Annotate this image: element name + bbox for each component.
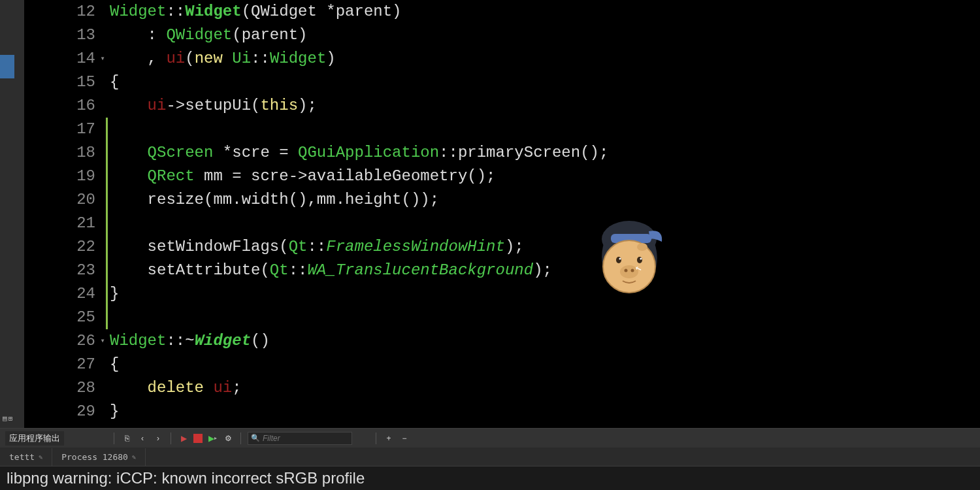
output-tabs: tettt ✎ Process 12680 ✎ — [0, 448, 980, 466]
code-editor[interactable]: Widget::Widget(QWidget *parent) : QWidge… — [105, 0, 980, 428]
change-marker — [106, 235, 108, 259]
line-number-gutter[interactable]: 121314▾151617181920212223242526▾272829 — [24, 0, 105, 428]
output-tab-process[interactable]: Process 12680 ✎ — [52, 448, 146, 466]
code-line[interactable]: QRect mm = scre->availableGeometry(); — [110, 165, 980, 188]
code-line[interactable]: : QWidget(parent) — [110, 24, 980, 47]
zoom-out-icon[interactable]: − — [399, 433, 410, 444]
change-marker — [106, 306, 108, 329]
change-marker — [106, 141, 108, 165]
output-text[interactable]: libpng warning: iCCP: known incorrect sR… — [0, 466, 980, 490]
code-line[interactable]: resize(mm.width(),mm.height()); — [110, 188, 980, 212]
line-number[interactable]: 21 — [24, 212, 95, 235]
line-number[interactable]: 22 — [24, 235, 95, 259]
line-number[interactable]: 25 — [24, 306, 95, 329]
line-number[interactable]: 12 — [24, 0, 95, 24]
tab-label: tettt — [9, 452, 35, 462]
code-line[interactable]: QScreen *scre = QGuiApplication::primary… — [110, 141, 980, 165]
change-marker — [106, 282, 108, 306]
pin-icon[interactable]: ✎ — [132, 453, 136, 461]
code-line[interactable]: { — [110, 353, 980, 376]
code-line[interactable]: Widget::~Widget() — [110, 329, 980, 353]
output-tab-tettt[interactable]: tettt ✎ — [0, 448, 52, 466]
editor-area: ▤ ⊞ 121314▾151617181920212223242526▾2728… — [0, 0, 980, 428]
zoom-in-icon[interactable]: + — [383, 433, 395, 444]
code-line[interactable]: ui->setupUi(this); — [110, 94, 980, 118]
change-marker — [106, 212, 108, 235]
line-number[interactable]: 28 — [24, 376, 95, 400]
change-marker — [106, 259, 108, 282]
panel-layout-icon[interactable]: ▤ — [3, 414, 7, 423]
line-number[interactable]: 29 — [24, 400, 95, 423]
code-line[interactable]: { — [110, 71, 980, 94]
code-line[interactable]: Widget::Widget(QWidget *parent) — [110, 0, 980, 24]
attach-icon[interactable]: ⎘ — [121, 433, 133, 444]
line-number[interactable]: 27 — [24, 353, 95, 376]
filter-input[interactable] — [263, 434, 349, 443]
next-icon[interactable]: › — [152, 433, 164, 444]
code-line[interactable]: setAttribute(Qt::WA_TranslucentBackgroun… — [110, 259, 980, 282]
stop-icon[interactable] — [193, 434, 203, 443]
line-number[interactable]: 24 — [24, 282, 95, 306]
line-number[interactable]: 16 — [24, 94, 95, 118]
current-line-marker — [0, 55, 14, 78]
line-number[interactable]: 20 — [24, 188, 95, 212]
output-panel-title: 应用程序输出 — [5, 431, 64, 446]
settings-icon[interactable]: ⚙ — [222, 433, 234, 444]
run-debug-icon[interactable]: ▶▸ — [206, 433, 218, 444]
pin-icon[interactable]: ✎ — [39, 453, 42, 461]
code-line[interactable]: } — [110, 282, 980, 306]
change-marker — [106, 165, 108, 188]
run-icon[interactable]: ▶ — [178, 433, 189, 444]
line-number[interactable]: 19 — [24, 165, 95, 188]
code-line[interactable] — [110, 306, 980, 329]
code-line[interactable] — [110, 212, 980, 235]
breakpoint-margin[interactable]: ▤ ⊞ — [0, 0, 24, 428]
code-line[interactable]: delete ui; — [110, 376, 980, 400]
change-marker — [106, 118, 108, 141]
change-marker — [106, 188, 108, 212]
code-line[interactable]: } — [110, 400, 980, 423]
code-line[interactable]: , ui(new Ui::Widget) — [110, 47, 980, 71]
margin-bottom-icons: ▤ ⊞ — [3, 414, 12, 423]
code-line[interactable]: setWindowFlags(Qt::FramelessWindowHint); — [110, 235, 980, 259]
line-number[interactable]: 26▾ — [24, 329, 95, 353]
line-number[interactable]: 15 — [24, 71, 95, 94]
search-icon: 🔍 — [251, 434, 260, 442]
line-number[interactable]: 14▾ — [24, 47, 95, 71]
output-toolbar: 应用程序输出 ⎘ ‹ › ▶ ▶▸ ⚙ 🔍 + − — [0, 429, 980, 448]
output-panel: 应用程序输出 ⎘ ‹ › ▶ ▶▸ ⚙ 🔍 + − tettt ✎ Proces… — [0, 428, 980, 490]
tab-label: Process 12680 — [61, 452, 128, 462]
line-number[interactable]: 23 — [24, 259, 95, 282]
filter-input-wrapper: 🔍 — [248, 432, 352, 445]
panel-add-icon[interactable]: ⊞ — [8, 414, 13, 423]
code-line[interactable] — [110, 118, 980, 141]
line-number[interactable]: 17 — [24, 118, 95, 141]
prev-icon[interactable]: ‹ — [137, 433, 148, 444]
line-number[interactable]: 18 — [24, 141, 95, 165]
line-number[interactable]: 13 — [24, 24, 95, 47]
